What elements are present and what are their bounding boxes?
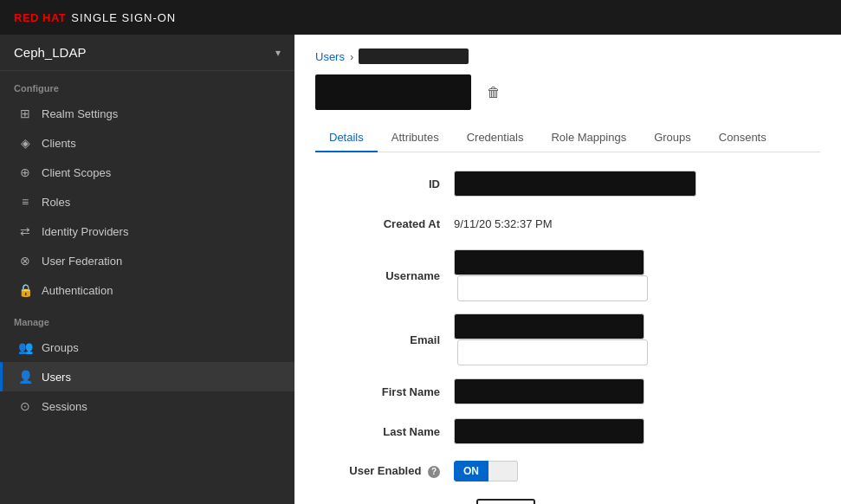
- chevron-down-icon: ▾: [275, 47, 281, 59]
- logo: RED HAT SINGLE SIGN-ON: [14, 11, 176, 24]
- sidebar-item-label: Identity Providers: [42, 225, 128, 238]
- user-enabled-toggle[interactable]: ON: [454, 461, 820, 481]
- manage-section-label: Manage: [0, 305, 294, 333]
- first-name-input[interactable]: [454, 378, 644, 404]
- delete-button[interactable]: 🗑: [482, 80, 506, 106]
- tab-consents[interactable]: Consents: [705, 124, 780, 152]
- tab-role-mappings[interactable]: Role Mappings: [537, 124, 640, 152]
- sidebar-item-sessions[interactable]: ⊙ Sessions: [0, 391, 294, 421]
- last-name-value: [454, 418, 820, 444]
- first-name-value: [454, 378, 820, 404]
- username-extra-input[interactable]: [457, 275, 648, 301]
- form-row-email: Email: [315, 313, 820, 365]
- breadcrumb-current: [359, 48, 469, 64]
- breadcrumb-users[interactable]: Users: [315, 50, 345, 63]
- configure-section-label: Configure: [0, 71, 294, 99]
- form-row-user-enabled: User Enabled ? ON: [315, 457, 820, 485]
- tab-groups[interactable]: Groups: [640, 124, 705, 152]
- authentication-icon: 🔒: [17, 283, 33, 297]
- page-title: [315, 74, 471, 110]
- roles-icon: ≡: [17, 195, 33, 209]
- users-icon: 👤: [17, 370, 33, 384]
- main-layout: Ceph_LDAP ▾ Configure ⊞ Realm Settings ◈…: [0, 35, 841, 504]
- sidebar-item-label: Users: [42, 371, 71, 384]
- sidebar-item-label: Authentication: [42, 284, 113, 297]
- realm-name: Ceph_LDAP: [14, 45, 86, 60]
- username-label: Username: [315, 269, 454, 282]
- user-federation-icon: ⊗: [17, 254, 33, 268]
- groups-icon: 👥: [17, 340, 33, 354]
- tab-attributes[interactable]: Attributes: [378, 124, 453, 152]
- sidebar-item-users[interactable]: 👤 Users: [0, 362, 294, 391]
- sessions-icon: ⊙: [17, 399, 33, 413]
- user-enabled-help-icon[interactable]: ?: [428, 466, 440, 478]
- form-row-id: ID: [315, 170, 820, 197]
- form-row-federation-link: Federation Link ? ➜ rh-ldap: [315, 497, 820, 504]
- last-name-input[interactable]: [454, 418, 644, 444]
- id-value: [454, 171, 820, 197]
- red-arrow-annotation: ➜: [454, 500, 469, 504]
- form-row-username: Username: [315, 249, 820, 301]
- form-row-first-name: First Name: [315, 378, 820, 405]
- created-at-label: Created At: [315, 217, 454, 230]
- username-value: [454, 249, 820, 301]
- last-name-label: Last Name: [315, 425, 454, 438]
- email-label: Email: [315, 333, 454, 346]
- user-enabled-value: ON: [454, 461, 820, 481]
- id-input: [454, 171, 696, 197]
- sidebar-item-label: Clients: [42, 137, 76, 150]
- created-at-value: 9/11/20 5:32:37 PM: [454, 217, 820, 230]
- page-title-bar: 🗑: [315, 74, 820, 110]
- federation-link-box: rh-ldap: [476, 499, 535, 505]
- email-value: [454, 313, 820, 365]
- toggle-off-part: [488, 461, 518, 481]
- top-bar: RED HAT SINGLE SIGN-ON: [0, 0, 841, 35]
- clients-icon: ◈: [17, 136, 33, 150]
- id-label: ID: [315, 178, 454, 191]
- tabs: Details Attributes Credentials Role Mapp…: [315, 124, 820, 152]
- breadcrumb-separator: ›: [350, 50, 353, 63]
- email-extra-input[interactable]: [457, 339, 648, 365]
- client-scopes-icon: ⊕: [17, 165, 33, 179]
- toggle-on-label: ON: [454, 461, 488, 481]
- sidebar-item-identity-providers[interactable]: ⇄ Identity Providers: [0, 216, 294, 246]
- sidebar-item-authentication[interactable]: 🔒 Authentication: [0, 275, 294, 305]
- username-input[interactable]: [454, 249, 644, 275]
- sidebar-item-label: Client Scopes: [42, 166, 111, 179]
- sidebar-item-clients[interactable]: ◈ Clients: [0, 128, 294, 158]
- first-name-label: First Name: [315, 385, 454, 398]
- sidebar-item-label: Roles: [42, 196, 70, 209]
- sidebar: Ceph_LDAP ▾ Configure ⊞ Realm Settings ◈…: [0, 35, 294, 504]
- content-area: Users › 🗑 Details Attributes Credentials…: [294, 35, 841, 504]
- email-input[interactable]: [454, 313, 644, 339]
- form-row-last-name: Last Name: [315, 417, 820, 445]
- sidebar-item-label: Sessions: [42, 400, 87, 413]
- sidebar-item-roles[interactable]: ≡ Roles: [0, 187, 294, 216]
- logo-sso: SINGLE SIGN-ON: [71, 11, 176, 24]
- tab-details[interactable]: Details: [315, 124, 378, 152]
- sidebar-item-label: Groups: [42, 341, 79, 354]
- sidebar-item-user-federation[interactable]: ⊗ User Federation: [0, 246, 294, 275]
- tab-credentials[interactable]: Credentials: [453, 124, 538, 152]
- realm-selector[interactable]: Ceph_LDAP ▾: [0, 35, 294, 71]
- form-row-created-at: Created At 9/11/20 5:32:37 PM: [315, 210, 820, 237]
- sidebar-item-realm-settings[interactable]: ⊞ Realm Settings: [0, 99, 294, 128]
- sidebar-item-groups[interactable]: 👥 Groups: [0, 333, 294, 362]
- sidebar-item-client-scopes[interactable]: ⊕ Client Scopes: [0, 158, 294, 187]
- identity-providers-icon: ⇄: [17, 224, 33, 238]
- sidebar-item-label: Realm Settings: [42, 107, 118, 120]
- federation-link-value-container: ➜ rh-ldap: [454, 499, 820, 505]
- sidebar-item-label: User Federation: [42, 255, 122, 268]
- logo-red: RED HAT: [14, 11, 66, 24]
- breadcrumb: Users ›: [315, 48, 820, 64]
- user-enabled-label: User Enabled ?: [315, 464, 454, 478]
- realm-settings-icon: ⊞: [17, 107, 33, 120]
